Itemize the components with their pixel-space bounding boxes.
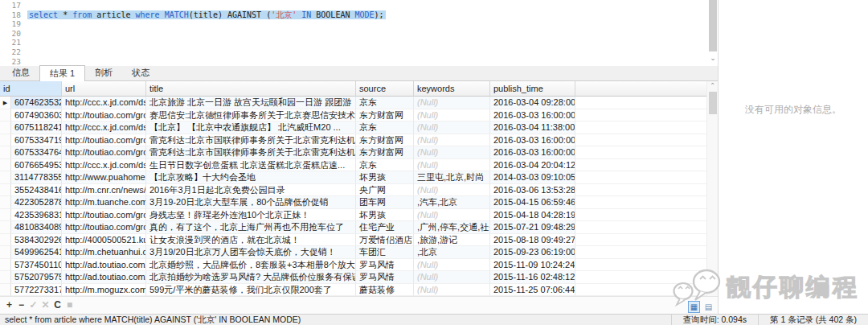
table-row[interactable]: 4810834089http://toutiao.com/group/真的，有了…	[0, 221, 706, 234]
table-row[interactable]: 5772273317http://m.moguzx.com/core599元/平…	[0, 284, 706, 297]
cell-source[interactable]: 东方财富网	[356, 146, 414, 159]
table-row[interactable]: 5384302926http://4000500521.kuaizhan.com…	[0, 234, 706, 247]
column-header-publish_time[interactable]: publish_time	[490, 81, 575, 97]
tab-profile[interactable]: 剖析	[85, 66, 122, 80]
cell-url[interactable]: http://www.puahome.com	[62, 171, 146, 184]
cell-title[interactable]: 赛思信安:北京德恒律师事务所关于北京赛思信安技术股份有限公司股权	[146, 109, 356, 122]
cell-keywords[interactable]: (Null)	[414, 259, 490, 272]
scroll-up-icon[interactable]: ⌃	[707, 81, 718, 91]
cell-id[interactable]: 4810834089	[11, 221, 62, 234]
cell-publish_time[interactable]: 2015-11-25 07:06:44	[490, 284, 575, 297]
cell-publish_time[interactable]: 2015-09-23 06:19:00	[490, 246, 575, 259]
cell-title[interactable]: 北京婚纱照，大品牌低价，8套服装+3本相册8个放大	[146, 259, 356, 272]
cell-publish_time[interactable]: 2016-03-04 20:04:12	[490, 159, 575, 172]
cell-publish_time[interactable]: 2016-03-03 16:00:00	[490, 146, 575, 159]
discard-changes-button[interactable]: ✕	[39, 297, 51, 313]
cell-title[interactable]: 2016年3月1日起北京免费公园目录	[146, 184, 356, 197]
table-row[interactable]: 6074903603http://toutiao.com/group/赛思信安:…	[0, 109, 706, 122]
cell-publish_time[interactable]: 2014-03-03 09:10:05	[490, 171, 575, 184]
cell-url[interactable]: http://ad.toutiao.com/tetris/	[62, 259, 146, 272]
cell-source[interactable]: 坏男孩	[356, 209, 414, 222]
table-row[interactable]: 3552438416http://m.cnr.cn/news/20162016年…	[0, 184, 706, 197]
cell-id[interactable]: 6074623532	[11, 97, 62, 109]
grid-scrollbar-thumb[interactable]	[709, 92, 717, 114]
cell-url[interactable]: http://ad.toutiao.com/tetris/	[62, 271, 146, 284]
cell-url[interactable]: http://ccc.x.jd.com/dsp/nc	[62, 159, 146, 172]
cell-publish_time[interactable]: 2015-08-18 09:49:27	[490, 234, 575, 247]
cell-keywords[interactable]: ,北京	[414, 246, 490, 259]
cell-id[interactable]: 4235396831	[11, 209, 62, 222]
table-row[interactable]: 5752079575http://ad.toutiao.com/tetris/北…	[0, 271, 706, 284]
table-row[interactable]: 6076654953http://ccc.x.jd.com/dsp/nc生日节日…	[0, 159, 706, 172]
cell-source[interactable]: 罗马风情	[356, 259, 414, 272]
cell-url[interactable]: http://m.chetuanhui.cn/bj/	[62, 246, 146, 259]
cell-source[interactable]: 住宅产业	[356, 221, 414, 234]
cell-url[interactable]: http://4000500521.kuaizhan.com	[62, 234, 146, 247]
cell-keywords[interactable]: (Null)	[414, 159, 490, 172]
table-row[interactable]: ▶6074623532http://ccc.x.jd.com/dsp/nc北京旅…	[0, 97, 706, 109]
cell-keywords[interactable]: (Null)	[414, 146, 490, 159]
cell-source[interactable]: 京东	[356, 159, 414, 172]
cell-url[interactable]: http://ccc.x.jd.com/dsp/nc	[62, 97, 146, 109]
cell-id[interactable]: 3552438416	[11, 184, 62, 197]
apply-changes-button[interactable]: ✓	[27, 297, 39, 313]
cell-publish_time[interactable]: 2016-03-03 16:00:00	[490, 109, 575, 122]
cell-publish_time[interactable]: 2015-07-21 09:48:29	[490, 221, 575, 234]
cell-keywords[interactable]: (Null)	[414, 284, 490, 297]
cell-id[interactable]: 6075334764	[11, 146, 62, 159]
form-view-button[interactable]: ▤	[702, 301, 714, 313]
cell-title[interactable]: 599元/平米的蘑菇装修，我们北京仅限200套了	[146, 284, 356, 297]
editor-scrollbar-thumb[interactable]	[709, 0, 717, 51]
cell-url[interactable]: http://toutiao.com/group/	[62, 109, 146, 122]
cell-url[interactable]: http://toutiao.com/group/	[62, 134, 146, 147]
cell-keywords[interactable]: (Null)	[414, 97, 490, 109]
delete-record-button[interactable]: −	[15, 297, 27, 313]
cell-title[interactable]: 雷克利达:北京市国联律师事务所关于北京雷克利达机电股份有限公司股权	[146, 134, 356, 147]
stop-button[interactable]: ■	[63, 297, 76, 313]
cell-id[interactable]: 6075334719	[11, 134, 62, 147]
cell-url[interactable]: http://toutiao.com/group/	[62, 209, 146, 222]
cell-keywords[interactable]: (Null)	[414, 121, 490, 134]
editor-scrollbar[interactable]: ⌄	[708, 0, 718, 66]
cell-title[interactable]: 3月19-20日北京大型车展，80个品牌低价促销	[146, 196, 356, 209]
cell-id[interactable]: 5384302926	[11, 234, 62, 247]
cell-source[interactable]: 央广网	[356, 184, 414, 197]
cell-title[interactable]: 3月19/20日北京万人团车会惊天底价，大促销！	[146, 246, 356, 259]
cell-source[interactable]: 团车网	[356, 196, 414, 209]
cell-keywords[interactable]: ,汽车,北京	[414, 196, 490, 209]
cell-publish_time[interactable]: 2015-11-09 10:24:24	[490, 259, 575, 272]
tab-status[interactable]: 状态	[122, 66, 159, 80]
refresh-button[interactable]: C	[51, 297, 63, 313]
cell-keywords[interactable]: (Null)	[414, 184, 490, 197]
cell-title[interactable]: 【北京】 【北京中农通旗舰店】 北汽威旺M20 ...	[146, 121, 356, 134]
table-row[interactable]: 6075118241http://ccc.x.jd.com/dsp/nc【北京】…	[0, 121, 706, 134]
cell-keywords[interactable]: ,旅游,游记	[414, 234, 490, 247]
tab-info[interactable]: 信息	[2, 66, 39, 80]
cell-source[interactable]: 罗马风情	[356, 271, 414, 284]
cell-title[interactable]: 身残志坚！薛瑆老外连泡10个北京正妹！	[146, 209, 356, 222]
cell-keywords[interactable]: (Null)	[414, 134, 490, 147]
cell-id[interactable]: 5752079575	[11, 271, 62, 284]
cell-source[interactable]: 万爱情侣酒店	[356, 234, 414, 247]
grid-view-button[interactable]: ▦	[688, 301, 700, 313]
cell-publish_time[interactable]: 2016-03-04 11:38:00	[490, 121, 575, 134]
column-header-url[interactable]: url	[62, 81, 146, 97]
cell-id[interactable]: 6075118241	[11, 121, 62, 134]
cell-keywords[interactable]: (Null)	[414, 109, 490, 122]
cell-title[interactable]: 真的，有了这个，北京上海广州再也不用抢车位了	[146, 221, 356, 234]
cell-title[interactable]: 北京拍婚纱为啥选罗马风情? 大品牌低价位服务有保证！	[146, 271, 356, 284]
cell-title[interactable]: 让女友浪漫到哭的酒店，就在北京城！	[146, 234, 356, 247]
table-row[interactable]: 4235396831http://toutiao.com/group/身残志坚！…	[0, 209, 706, 222]
add-record-button[interactable]: +	[3, 297, 15, 313]
cell-title[interactable]: 【北京攻略】十大约会圣地	[146, 171, 356, 184]
cell-url[interactable]: http://toutiao.com/group/	[62, 221, 146, 234]
cell-title[interactable]: 雷克利达:北京市国联律师事务所关于北京雷克利达机电股份有限公司股权	[146, 146, 356, 159]
cell-publish_time[interactable]: 2015-04-15 06:59:46	[490, 196, 575, 209]
cell-url[interactable]: http://ccc.x.jd.com/dsp/nc	[62, 121, 146, 134]
tab-result-1[interactable]: 结果 1	[39, 65, 85, 81]
cell-keywords[interactable]: (Null)	[414, 271, 490, 284]
column-header-keywords[interactable]: keywords	[414, 81, 490, 97]
column-header-id[interactable]: id	[0, 81, 62, 97]
scroll-down-icon[interactable]: ⌄	[708, 53, 718, 64]
table-row[interactable]: 3114778355http://www.puahome.com【北京攻略】十大…	[0, 171, 706, 184]
